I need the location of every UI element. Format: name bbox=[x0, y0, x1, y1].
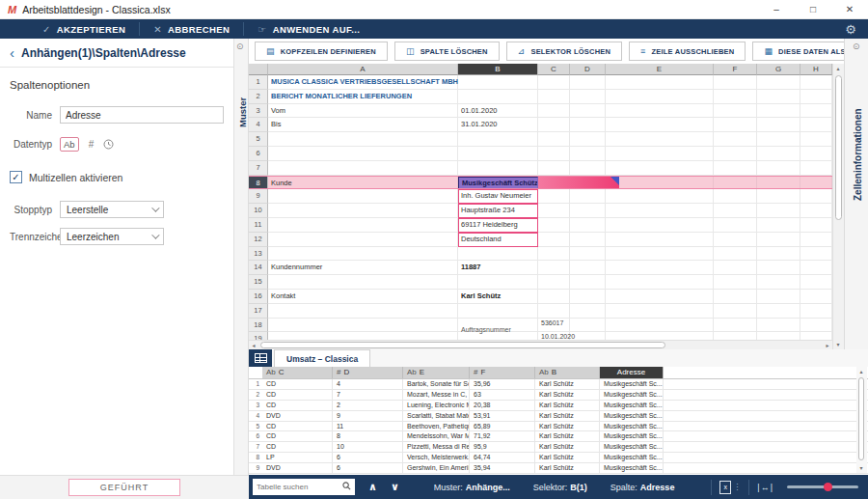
muster-panel-tab[interactable]: ⊙ Muster bbox=[234, 39, 249, 475]
column-header-C[interactable]: C bbox=[538, 64, 570, 75]
cell-C2[interactable] bbox=[538, 90, 570, 104]
kopfzeilen-definieren-button[interactable]: ▤KOPFZEILEN DEFINIEREN bbox=[255, 42, 388, 61]
table-cell[interactable]: 6 bbox=[333, 463, 403, 473]
row-header-6[interactable]: 6 bbox=[249, 147, 268, 161]
cell-E7[interactable] bbox=[606, 161, 714, 176]
table-row[interactable]: 8LP6Versch, Meisterwerk...64,74Karl Schü… bbox=[249, 453, 868, 463]
multicell-checkbox[interactable]: ✓ bbox=[10, 171, 22, 183]
table-vertical-scrollbar[interactable]: ▴ ▾ bbox=[856, 367, 867, 473]
cell-E5[interactable] bbox=[606, 132, 714, 147]
table-cell[interactable]: Karl Schütz bbox=[535, 422, 600, 431]
cell-G4[interactable] bbox=[757, 118, 800, 132]
cell-A17[interactable] bbox=[268, 304, 458, 319]
text-type-button[interactable]: Ab bbox=[60, 137, 79, 152]
cell-F8[interactable] bbox=[714, 177, 757, 189]
cell-B5[interactable] bbox=[458, 132, 538, 147]
cell-H15[interactable] bbox=[800, 275, 832, 290]
cell-D5[interactable] bbox=[570, 132, 606, 147]
cell-E10[interactable] bbox=[606, 204, 714, 218]
table-cell[interactable]: Musikgeschäft Sc... bbox=[600, 422, 664, 431]
cell-A2[interactable]: BERICHT MONATLICHER LIEFERUNGEN bbox=[268, 90, 458, 104]
table-column-header-f[interactable]: #F bbox=[470, 367, 535, 378]
table-cell[interactable]: 11 bbox=[333, 422, 403, 431]
table-column-header-d[interactable]: #D bbox=[333, 367, 403, 378]
table-cell[interactable]: 7 bbox=[333, 390, 403, 400]
table-cell[interactable]: Musikgeschäft Sc... bbox=[600, 442, 664, 452]
table-cell[interactable]: 6 bbox=[333, 453, 403, 462]
cell-B7[interactable] bbox=[458, 161, 538, 176]
table-cell[interactable]: 35,96 bbox=[470, 379, 535, 389]
table-cell[interactable]: Karl Schütz bbox=[535, 431, 600, 441]
cell-D2[interactable] bbox=[570, 90, 606, 104]
row-header-8[interactable]: 8 bbox=[249, 177, 268, 189]
find-next-icon[interactable]: ∨ bbox=[391, 481, 399, 493]
cell-G15[interactable] bbox=[757, 275, 800, 290]
cell-C7[interactable] bbox=[538, 161, 570, 176]
cell-G17[interactable] bbox=[757, 304, 800, 319]
table-cell[interactable]: Musikgeschäft Sc... bbox=[600, 379, 664, 389]
cell-B18[interactable]: Auftragsnummer bbox=[458, 319, 538, 333]
table-row[interactable]: 5CD11Beethoven, Pathetiqu...65,89Karl Sc… bbox=[249, 422, 868, 432]
cell-G2[interactable] bbox=[757, 90, 800, 104]
cell-D17[interactable] bbox=[570, 304, 606, 319]
cell-D3[interactable] bbox=[570, 104, 606, 119]
cell-D1[interactable] bbox=[570, 75, 606, 90]
cell-H11[interactable] bbox=[800, 218, 832, 233]
cell-E6[interactable] bbox=[606, 147, 714, 161]
cell-C12[interactable] bbox=[538, 233, 570, 247]
row-header-14[interactable]: 14 bbox=[249, 261, 268, 275]
cell-D18[interactable] bbox=[570, 319, 606, 333]
table-cell[interactable]: LP bbox=[262, 453, 333, 462]
cell-F6[interactable] bbox=[714, 147, 757, 161]
table-column-header-b[interactable]: AbB bbox=[535, 367, 600, 378]
cell-H7[interactable] bbox=[800, 161, 832, 176]
cell-F17[interactable] bbox=[714, 304, 757, 319]
cell-F2[interactable] bbox=[714, 90, 757, 104]
table-cell[interactable]: Musikgeschäft Sc... bbox=[600, 431, 664, 441]
cell-F15[interactable] bbox=[714, 275, 757, 290]
row-header-12[interactable]: 12 bbox=[249, 233, 268, 247]
table-cell[interactable]: Musikgeschäft Sc... bbox=[600, 411, 664, 421]
cell-C3[interactable] bbox=[538, 104, 570, 119]
cell-H13[interactable] bbox=[800, 247, 832, 262]
table-cell[interactable]: 2 bbox=[333, 401, 403, 410]
cell-A13[interactable] bbox=[268, 247, 458, 262]
cell-D6[interactable] bbox=[570, 147, 606, 161]
table-cell[interactable]: Karl Schütz bbox=[535, 453, 600, 462]
scroll-left-icon[interactable]: ◂ bbox=[249, 341, 258, 349]
table-row[interactable]: 1CD4Bartok, Sonate für So...35,96Karl Sc… bbox=[249, 379, 868, 390]
table-cell[interactable]: CD bbox=[262, 422, 333, 431]
table-cell[interactable]: Scarlatti, Stabat Mater bbox=[403, 411, 470, 421]
cell-A7[interactable] bbox=[268, 161, 458, 176]
cell-F18[interactable] bbox=[714, 319, 757, 333]
cancel-button[interactable]: ✕ ABBRECHEN bbox=[140, 19, 243, 39]
table-cell[interactable]: 71,92 bbox=[470, 431, 535, 441]
table-cell[interactable]: Pizzetti, Messa di Re... bbox=[403, 442, 470, 452]
table-row[interactable]: 7CD10Pizzetti, Messa di Re...95,9Karl Sc… bbox=[249, 442, 868, 453]
cell-E8[interactable] bbox=[606, 177, 714, 189]
cell-F14[interactable] bbox=[714, 261, 757, 275]
cell-G12[interactable] bbox=[757, 233, 800, 247]
accept-button[interactable]: ✓ AKZEPTIEREN bbox=[29, 19, 139, 39]
table-column-header-adresse[interactable]: Adresse bbox=[600, 367, 664, 378]
cell-A11[interactable] bbox=[268, 218, 458, 233]
cell-C10[interactable] bbox=[538, 204, 570, 218]
cell-C16[interactable] bbox=[538, 290, 570, 304]
cell-information-panel-tab[interactable]: ⊙ Zelleninformationen bbox=[844, 39, 868, 349]
guided-button[interactable]: GEFÜHRT bbox=[68, 479, 180, 496]
cell-G16[interactable] bbox=[757, 290, 800, 304]
cell-F9[interactable] bbox=[714, 189, 757, 204]
cell-E11[interactable] bbox=[606, 218, 714, 233]
cell-D14[interactable] bbox=[570, 261, 606, 275]
cell-C9[interactable] bbox=[538, 189, 570, 204]
cell-F12[interactable] bbox=[714, 233, 757, 247]
sheet-tab-umsatz-classica[interactable]: Umsatz – Classica bbox=[274, 349, 370, 367]
stop-type-dropdown[interactable]: Leerstelle bbox=[60, 201, 164, 218]
cell-B4[interactable]: 31.01.2020 bbox=[458, 118, 538, 132]
cell-H12[interactable] bbox=[800, 233, 832, 247]
spalte-löschen-button[interactable]: ◫SPALTE LÖSCHEN bbox=[394, 42, 500, 61]
table-cell[interactable]: Karl Schütz bbox=[535, 379, 600, 389]
table-row[interactable]: 4DVD9Scarlatti, Stabat Mater53,91Karl Sc… bbox=[249, 411, 868, 422]
cell-D7[interactable] bbox=[570, 161, 606, 176]
table-cell[interactable]: Karl Schütz bbox=[535, 411, 600, 421]
